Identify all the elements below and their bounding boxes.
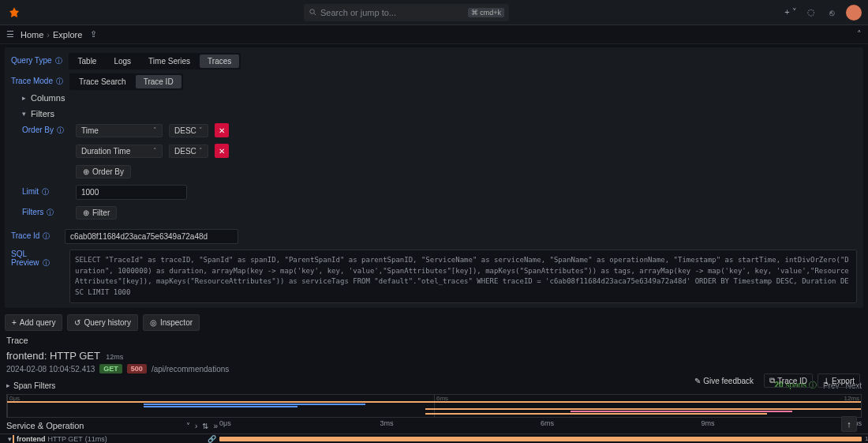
svg-point-0	[310, 9, 315, 14]
status-badge: 500	[127, 364, 147, 374]
breadcrumb-row: ☰ Home › Explore ⇪ ˄	[0, 25, 868, 44]
copy-trace-id-button[interactable]: ⧉ Trace ID	[764, 374, 813, 388]
tl-tick: 0μs	[219, 419, 231, 427]
tab-timeseries[interactable]: Time Series	[140, 54, 198, 68]
span-list: ▾frontendHTTP GET(11ms)🔗11ms▾frontendgrp…	[0, 434, 868, 443]
trace-title-duration: 12ms	[106, 353, 123, 361]
order-field-2[interactable]: Duration Time˅	[76, 145, 163, 158]
service-name: frontend	[17, 435, 46, 443]
inspector-button[interactable]: ◎ Inspector	[143, 314, 200, 331]
link-icon[interactable]: 🔗	[208, 435, 216, 443]
chevron-right-icon: ▸	[22, 94, 26, 102]
collapse-one-icon[interactable]: ⇅	[200, 422, 210, 430]
query-history-button[interactable]: ↺ Query history	[67, 314, 137, 331]
scroll-to-top-button[interactable]: ↑	[841, 416, 857, 432]
collapse-all-icon[interactable]: ˅	[185, 422, 192, 430]
span-lane: 11ms	[219, 434, 862, 443]
add-order-by-button[interactable]: ⊕Order By	[76, 165, 131, 178]
top-bar: Search or jump to... ⌘ cmd+k + ˅ ◌ ⎋	[0, 0, 868, 25]
tab-logs[interactable]: Logs	[106, 54, 139, 68]
query-editor: Query Type Table Logs Time Series Traces…	[5, 47, 863, 308]
add-filter-button[interactable]: ⊕Filter	[76, 206, 117, 220]
timeline-heading: Service & Operation	[6, 421, 84, 430]
news-icon[interactable]: ⎋	[825, 6, 838, 19]
query-actions: + Add query ↺ Query history ◎ Inspector	[0, 311, 868, 334]
chevron-right-icon[interactable]: ▸	[6, 381, 10, 389]
trace-mode-label: Trace Mode	[11, 77, 63, 87]
crumb-explore[interactable]: Explore	[53, 30, 82, 39]
mm-tick: 0μs	[7, 395, 20, 417]
tl-tick: 6ms	[541, 419, 554, 427]
columns-label: Columns	[31, 93, 65, 103]
tab-trace-search[interactable]: Trace Search	[71, 75, 134, 88]
query-type-tabs: Table Logs Time Series Traces	[69, 53, 241, 69]
share-icon[interactable]: ⇪	[90, 29, 97, 39]
filters-section[interactable]: ▾ Filters	[22, 106, 857, 122]
export-button[interactable]: ⤓ Export	[817, 374, 860, 388]
columns-section[interactable]: ▸ Columns	[22, 90, 857, 106]
service-color-bar	[13, 435, 14, 444]
trace-section-label: Trace	[0, 334, 868, 347]
svg-line-1	[314, 13, 316, 15]
query-type-label: Query Type	[11, 56, 62, 66]
span-bar-label: 11ms	[865, 435, 868, 442]
filters-row-label: Filters	[22, 208, 69, 218]
delete-order-2[interactable]: ✕	[215, 144, 229, 158]
trace-mode-tabs: Trace Search Trace ID	[69, 73, 183, 90]
tl-tick: 3ms	[380, 419, 394, 427]
chevron-down-icon: ▾	[22, 110, 26, 118]
order-by-label: Order By	[22, 126, 69, 136]
span-filters-label: Span Filters	[13, 381, 55, 390]
plus-icon[interactable]: + ˅	[784, 6, 797, 19]
mm-tick: 12ms	[842, 395, 859, 417]
search-input[interactable]: Search or jump to... ⌘ cmd+k	[304, 4, 509, 21]
delete-order-1[interactable]: ✕	[215, 123, 229, 137]
search-placeholder: Search or jump to...	[320, 8, 396, 17]
trace-id-label: Trace Id	[11, 231, 58, 242]
span-duration-text: (11ms)	[85, 435, 107, 443]
trace-title: frontend: HTTP GET	[6, 350, 100, 362]
collapse-panel-icon[interactable]: ˄	[857, 29, 862, 39]
toggle-icon[interactable]: ▾	[6, 435, 13, 443]
add-query-button[interactable]: + Add query	[5, 314, 62, 331]
filters-label: Filters	[31, 109, 54, 118]
expand-all-icon[interactable]: »	[211, 422, 219, 430]
trace-id-input[interactable]	[65, 229, 238, 244]
timeline-header: Service & Operation ˅ › ⇅ » 0μs 3ms 6ms …	[0, 418, 868, 434]
order-dir-2[interactable]: DESC˅	[169, 145, 208, 158]
tab-traces[interactable]: Traces	[200, 54, 239, 68]
operation-name: HTTP GET	[48, 435, 83, 443]
tl-tick: 9ms	[702, 419, 715, 427]
trace-header: frontend: HTTP GET 12ms 2024-02-08 10:04…	[0, 347, 868, 377]
search-icon	[309, 8, 317, 17]
sql-preview: SELECT "TraceId" as traceID, "SpanId" as…	[69, 250, 857, 303]
trace-minimap[interactable]: 0μs 6ms 12ms	[6, 394, 862, 418]
trace-path: /api/recommendations	[152, 365, 229, 374]
trace-timestamp: 2024-02-08 10:04:52.413	[6, 365, 95, 374]
search-kbd-hint: ⌘ cmd+k	[468, 8, 504, 17]
method-badge: GET	[99, 364, 122, 374]
avatar[interactable]	[846, 5, 862, 21]
order-field-1[interactable]: Time˅	[76, 124, 163, 137]
menu-icon[interactable]: ☰	[6, 29, 14, 39]
sql-preview-label: SQL Preview	[11, 250, 63, 268]
help-icon[interactable]: ◌	[805, 6, 817, 19]
tab-trace-id[interactable]: Trace ID	[136, 75, 181, 88]
expand-one-icon[interactable]: ›	[193, 422, 199, 430]
grafana-logo-icon[interactable]	[6, 5, 22, 21]
order-dir-1[interactable]: DESC˅	[169, 124, 208, 137]
span-bar[interactable]	[219, 437, 862, 441]
limit-input[interactable]	[76, 185, 187, 200]
give-feedback-link[interactable]: ✎ Give feedback	[689, 374, 759, 388]
span-row[interactable]: ▾frontendHTTP GET(11ms)🔗11ms	[6, 434, 862, 443]
tab-table[interactable]: Table	[70, 54, 105, 68]
limit-label: Limit	[22, 187, 69, 197]
crumb-home[interactable]: Home	[21, 30, 43, 39]
